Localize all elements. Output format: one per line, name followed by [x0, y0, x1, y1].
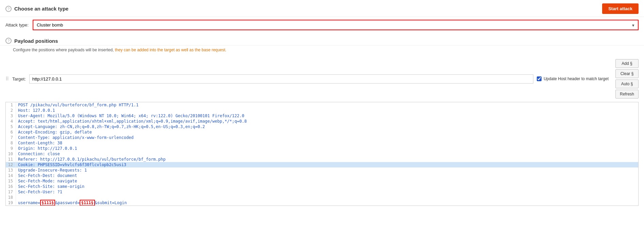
- line-number: 14: [6, 173, 16, 178]
- table-row: 12Cookie: PHPSESSID=vhvlcfs6f30flcvlopb2…: [6, 162, 638, 167]
- line-content: Sec-Fetch-Mode: navigate: [16, 178, 638, 184]
- line-content: Accept-Language: zh-CN,zh;q=0.8,zh-TW;q=…: [16, 124, 638, 129]
- refresh-button[interactable]: Refresh: [615, 90, 639, 99]
- line-content: Origin: http://127.0.0.1: [16, 146, 638, 151]
- update-host-checkbox[interactable]: [537, 76, 542, 81]
- line-number: 15: [6, 178, 16, 184]
- attack-type-select[interactable]: Cluster bomb Sniper Battering ram Pitchf…: [33, 20, 638, 30]
- line-number: 19: [6, 200, 16, 206]
- table-row: 6Accept-Encoding: gzip, deflate: [6, 129, 638, 135]
- line-content: Sec-Fetch-Dest: document: [16, 173, 638, 178]
- table-row: 13Upgrade-Insecure-Requests: 1: [6, 167, 638, 173]
- payload-marker: §111§: [40, 200, 55, 206]
- attack-type-title: Choose an attack type: [14, 6, 68, 12]
- auto-button[interactable]: Auto §: [615, 79, 639, 88]
- target-input[interactable]: http://127.0.0.1: [29, 74, 533, 84]
- line-content: username=§111§&password=§111§&submit=Log…: [16, 200, 638, 206]
- table-row: 5Accept-Language: zh-CN,zh;q=0.8,zh-TW;q…: [6, 124, 638, 129]
- update-host-text: Update Host header to match target: [544, 76, 609, 81]
- line-number: 1: [6, 102, 16, 108]
- payload-marker: §111§: [80, 200, 95, 206]
- line-number: 4: [6, 119, 16, 124]
- update-host-label: Update Host header to match target: [537, 76, 609, 81]
- line-content: Content-Type: application/x-www-form-url…: [16, 135, 638, 140]
- table-row: 17Sec-Fetch-User: ?1: [6, 189, 638, 195]
- table-row: 3User-Agent: Mozilla/5.0 (Windows NT 10.…: [6, 113, 638, 119]
- line-number: 12: [6, 162, 16, 167]
- line-number: 16: [6, 184, 16, 189]
- table-row: 14Sec-Fetch-Dest: document: [6, 173, 638, 178]
- side-buttons: Add § Clear § Auto § Refresh: [615, 59, 639, 99]
- line-content: Content-Length: 38: [16, 140, 638, 146]
- line-content: POST /pikachu/vul/burteforce/bf_form.php…: [16, 102, 638, 108]
- target-row: ⠿ Target: http://127.0.0.1 Update Host h…: [5, 59, 639, 99]
- line-number: 10: [6, 151, 16, 157]
- payload-positions-help-icon[interactable]: ?: [5, 38, 12, 44]
- line-number: 17: [6, 189, 16, 195]
- line-content: Host: 127.0.0.1: [16, 108, 638, 113]
- line-content: User-Agent: Mozilla/5.0 (Windows NT 10.0…: [16, 113, 638, 119]
- table-row: 8Content-Length: 38: [6, 140, 638, 146]
- request-lines: 1POST /pikachu/vul/burteforce/bf_form.ph…: [6, 102, 638, 206]
- attack-type-row: Attack type: Cluster bomb Sniper Batteri…: [0, 17, 644, 34]
- line-number: 3: [6, 113, 16, 119]
- line-number: 11: [6, 157, 16, 162]
- payload-positions-section: ? Payload positions: [0, 34, 644, 46]
- line-content: Sec-Fetch-Site: same-origin: [16, 184, 638, 189]
- line-number: 13: [6, 167, 16, 173]
- line-number: 5: [6, 124, 16, 129]
- line-content: Accept: text/html,application/xhtml+xml,…: [16, 119, 638, 124]
- line-number: 7: [6, 135, 16, 140]
- table-row: 11Referer: http://127.0.0.1/pikachu/vul/…: [6, 157, 638, 162]
- target-label: Target:: [12, 76, 26, 82]
- table-row: 15Sec-Fetch-Mode: navigate: [6, 178, 638, 184]
- line-content: Cookie: PHPSESSID=vhvlcfs6f30flcvlopb2c5…: [16, 162, 638, 167]
- start-attack-button[interactable]: Start attack: [602, 3, 639, 14]
- line-content: Referer: http://127.0.0.1/pikachu/vul/bu…: [16, 157, 638, 162]
- line-content: Sec-Fetch-User: ?1: [16, 189, 638, 195]
- table-row: 19username=§111§&password=§111§&submit=L…: [6, 200, 638, 206]
- line-number: 18: [6, 195, 16, 200]
- attack-type-help-icon[interactable]: ?: [5, 6, 12, 12]
- request-editor[interactable]: 1POST /pikachu/vul/burteforce/bf_form.ph…: [5, 102, 639, 206]
- table-row: 2Host: 127.0.0.1: [6, 108, 638, 113]
- table-row: 18: [6, 195, 638, 200]
- payload-positions-title: Payload positions: [14, 38, 58, 44]
- attack-type-select-wrapper: Cluster bomb Sniper Battering ram Pitchf…: [33, 20, 639, 30]
- attack-type-label: Attack type:: [5, 22, 29, 28]
- payload-positions-desc: Configure the positions where payloads w…: [0, 46, 644, 56]
- table-row: 7Content-Type: application/x-www-form-ur…: [6, 135, 638, 140]
- main-area: ⠿ Target: http://127.0.0.1 Update Host h…: [0, 56, 644, 209]
- line-number: 9: [6, 146, 16, 151]
- table-row: 4Accept: text/html,application/xhtml+xml…: [6, 119, 638, 124]
- line-content: Connection: close: [16, 151, 638, 157]
- table-row: 9Origin: http://127.0.0.1: [6, 146, 638, 151]
- line-number: 6: [6, 129, 16, 135]
- line-number: 2: [6, 108, 16, 113]
- add-button[interactable]: Add §: [615, 59, 639, 68]
- drag-handle-icon[interactable]: ⠿: [5, 76, 9, 82]
- line-content: Upgrade-Insecure-Requests: 1: [16, 167, 638, 173]
- line-number: 8: [6, 140, 16, 146]
- table-row: 10Connection: close: [6, 151, 638, 157]
- line-content: [16, 195, 638, 200]
- line-content: Accept-Encoding: gzip, deflate: [16, 129, 638, 135]
- table-row: 16Sec-Fetch-Site: same-origin: [6, 184, 638, 189]
- clear-button[interactable]: Clear §: [615, 69, 639, 78]
- table-row: 1POST /pikachu/vul/burteforce/bf_form.ph…: [6, 102, 638, 108]
